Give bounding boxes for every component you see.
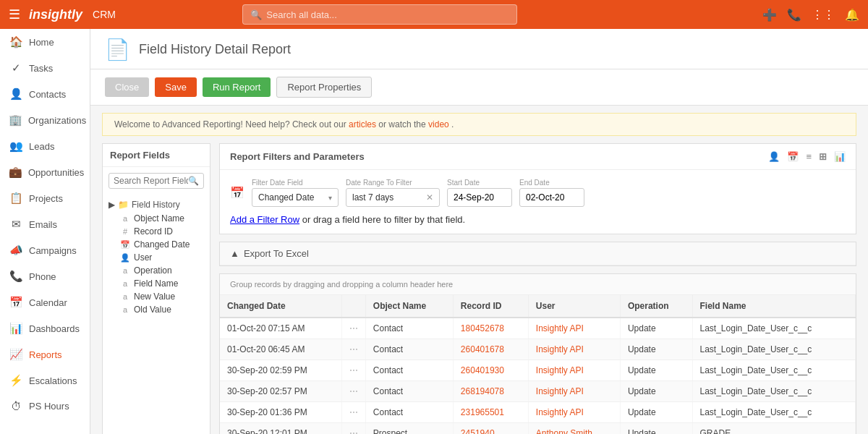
cell-record-id[interactable]: 268194078 bbox=[453, 381, 528, 402]
contacts-icon: 👤 bbox=[9, 88, 23, 101]
cell-record-id[interactable]: 231965501 bbox=[453, 402, 528, 423]
cell-record-id[interactable]: 2451940 bbox=[453, 423, 528, 435]
page-title: Field History Detail Report bbox=[139, 42, 291, 57]
sidebar-item-emails-label: Emails bbox=[29, 219, 57, 230]
filter-section-header: Report Filters and Parameters 👤 📅 ≡ ⊞ 📊 bbox=[220, 144, 856, 170]
opportunities-icon: 💼 bbox=[9, 166, 22, 179]
export-collapse-icon: ▲ bbox=[230, 248, 239, 259]
calendar-filter-icon[interactable]: 📅 bbox=[787, 151, 799, 162]
filter-date-range-value[interactable]: last 7 days ✕ bbox=[346, 188, 440, 207]
cell-user[interactable]: Insightly API bbox=[528, 381, 620, 402]
search-input[interactable] bbox=[266, 9, 509, 20]
tree-item-field-name[interactable]: a Field Name bbox=[109, 277, 204, 290]
cell-dots[interactable]: ⋯ bbox=[341, 423, 365, 435]
sidebar-item-projects[interactable]: 📋 Projects bbox=[0, 185, 90, 211]
close-button[interactable]: Close bbox=[105, 77, 149, 97]
save-button[interactable]: Save bbox=[155, 77, 197, 97]
cell-record-id[interactable]: 180452678 bbox=[453, 318, 528, 339]
report-properties-button[interactable]: Report Properties bbox=[276, 77, 372, 98]
columns-icon[interactable]: ⊞ bbox=[819, 151, 827, 162]
articles-link[interactable]: articles bbox=[349, 119, 376, 129]
tree-item-record-id[interactable]: # Record ID bbox=[109, 225, 204, 238]
sidebar-item-organizations[interactable]: 🏢 Organizations bbox=[0, 107, 90, 133]
data-table: Changed Date Object Name Record ID User … bbox=[220, 295, 856, 434]
info-banner: Welcome to Advanced Reporting! Need help… bbox=[102, 113, 856, 136]
filter-date-range-group: Date Range To Filter last 7 days ✕ bbox=[346, 179, 440, 207]
cell-dots[interactable]: ⋯ bbox=[341, 339, 365, 360]
cell-field-name: Last_Login_Date_User_c__c bbox=[692, 360, 856, 381]
cell-user[interactable]: Anthony Smith bbox=[528, 423, 620, 435]
tree-item-new-value[interactable]: a New Value bbox=[109, 290, 204, 303]
global-search-bar[interactable]: 🔍 bbox=[242, 4, 517, 25]
sidebar-item-ps-hours-label: PS Hours bbox=[29, 401, 69, 412]
chart-icon[interactable]: 📊 bbox=[834, 151, 846, 162]
sidebar-item-reports[interactable]: 📈 Reports bbox=[0, 341, 90, 367]
tree-item-object-name[interactable]: a Object Name bbox=[109, 212, 204, 225]
cell-changed-date: 30-Sep-20 01:36 PM bbox=[220, 402, 341, 423]
cell-dots[interactable]: ⋯ bbox=[341, 402, 365, 423]
cell-dots[interactable]: ⋯ bbox=[341, 360, 365, 381]
leads-icon: 👥 bbox=[9, 140, 23, 153]
top-nav: ☰ insightly CRM 🔍 ➕ 📞 ⋮⋮ 🔔 bbox=[0, 0, 868, 29]
cell-dots[interactable]: ⋯ bbox=[341, 381, 365, 402]
filter-date-range-text: last 7 days bbox=[352, 192, 393, 203]
tree-item-operation[interactable]: a Operation bbox=[109, 264, 204, 277]
tree-group-field-history[interactable]: ▶ 📁 Field History bbox=[109, 197, 204, 212]
tree-item-label: New Value bbox=[134, 292, 175, 302]
export-section-header[interactable]: ▲ Export To Excel bbox=[220, 242, 856, 265]
grid-icon[interactable]: ⋮⋮ bbox=[812, 8, 835, 22]
sidebar-item-dashboards[interactable]: 📊 Dashboards bbox=[0, 315, 90, 341]
cell-object-name: Prospect bbox=[365, 423, 453, 435]
dropdown-arrow-icon: ▾ bbox=[328, 194, 332, 202]
sidebar-item-campaigns[interactable]: 📣 Campaigns bbox=[0, 237, 90, 263]
sidebar-item-escalations[interactable]: ⚡ Escalations bbox=[0, 367, 90, 393]
tree-arrow-icon: ▶ bbox=[109, 200, 115, 210]
add-filter-row-link[interactable]: Add a Filter Row bbox=[230, 214, 299, 225]
filter-start-date-input[interactable] bbox=[447, 188, 512, 207]
sidebar-item-leads[interactable]: 👥 Leads bbox=[0, 133, 90, 159]
sidebar-item-phone[interactable]: 📞 Phone bbox=[0, 263, 90, 289]
cell-user[interactable]: Insightly API bbox=[528, 318, 620, 339]
cell-user[interactable]: Insightly API bbox=[528, 402, 620, 423]
notification-icon[interactable]: 🔔 bbox=[845, 8, 859, 22]
tree-item-changed-date[interactable]: 📅 Changed Date bbox=[109, 238, 204, 251]
report-fields-search-input[interactable] bbox=[114, 176, 188, 186]
cell-record-id[interactable]: 260401930 bbox=[453, 360, 528, 381]
tree-item-old-value[interactable]: a Old Value bbox=[109, 303, 204, 316]
sidebar-item-contacts[interactable]: 👤 Contacts bbox=[0, 81, 90, 107]
sidebar-item-opportunities[interactable]: 💼 Opportunities bbox=[0, 159, 90, 185]
cell-user[interactable]: Insightly API bbox=[528, 360, 620, 381]
filter-date-field-value[interactable]: Changed Date ▾ bbox=[252, 188, 339, 207]
cell-dots[interactable]: ⋯ bbox=[341, 318, 365, 339]
report-fields-search[interactable]: 🔍 bbox=[109, 173, 204, 189]
cell-operation: Update bbox=[620, 360, 692, 381]
sidebar-item-emails[interactable]: ✉ Emails bbox=[0, 211, 90, 237]
tree-item-label: Record ID bbox=[134, 226, 173, 237]
sidebar-item-escalations-label: Escalations bbox=[29, 375, 77, 386]
menu-hamburger-icon[interactable]: ☰ bbox=[9, 7, 20, 22]
filter-end-date-group: End Date bbox=[519, 179, 584, 207]
phone-icon[interactable]: 📞 bbox=[787, 8, 801, 22]
tree-item-user[interactable]: 👤 User bbox=[109, 251, 204, 264]
table-row: 01-Oct-20 06:45 AM ⋯ Contact 260401678 I… bbox=[220, 339, 856, 360]
cell-user[interactable]: Insightly API bbox=[528, 339, 620, 360]
filter-end-date-label: End Date bbox=[519, 179, 584, 187]
cell-operation: Update bbox=[620, 423, 692, 435]
filter-rows-icon[interactable]: ≡ bbox=[806, 151, 812, 162]
sidebar-item-home[interactable]: 🏠 Home bbox=[0, 29, 90, 55]
run-report-button[interactable]: Run Report bbox=[203, 77, 271, 97]
user-filter-icon[interactable]: 👤 bbox=[768, 151, 780, 162]
sidebar-item-projects-label: Projects bbox=[29, 193, 63, 204]
sidebar-item-calendar[interactable]: 📅 Calendar bbox=[0, 289, 90, 315]
sidebar-item-tasks[interactable]: ✓ Tasks bbox=[0, 55, 90, 81]
field-tree: ▶ 📁 Field History a Object Name # Record… bbox=[103, 195, 210, 319]
cell-object-name: Contact bbox=[365, 339, 453, 360]
filter-end-date-input[interactable] bbox=[519, 188, 584, 207]
video-link[interactable]: video bbox=[428, 119, 449, 129]
sidebar-item-ps-hours[interactable]: ⏱ PS Hours bbox=[0, 393, 90, 419]
add-icon[interactable]: ➕ bbox=[762, 8, 777, 22]
clear-date-range-icon[interactable]: ✕ bbox=[426, 192, 433, 203]
export-label: Export To Excel bbox=[244, 248, 309, 259]
col-object-name: Object Name bbox=[365, 295, 453, 318]
cell-record-id[interactable]: 260401678 bbox=[453, 339, 528, 360]
